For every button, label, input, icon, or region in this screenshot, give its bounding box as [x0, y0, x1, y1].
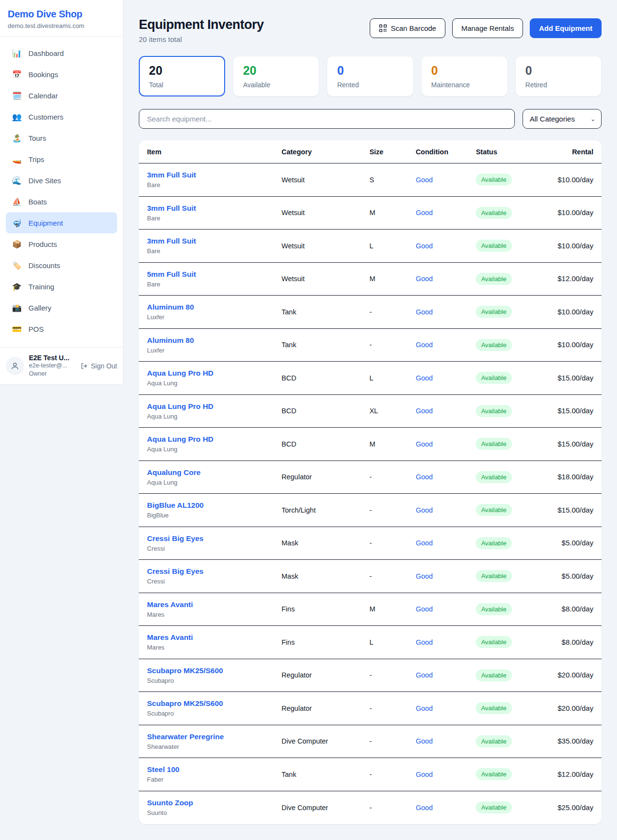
sidebar-item-products[interactable]: 📦 Products	[6, 233, 117, 255]
sign-out-button[interactable]: Sign Out	[80, 362, 117, 370]
item-name-link[interactable]: Scubapro MK25/S600	[147, 666, 274, 675]
item-condition-link[interactable]: Good	[416, 506, 432, 514]
speedboat-icon: 🚤	[12, 155, 22, 164]
sidebar-item-pos[interactable]: 💳 POS	[6, 318, 117, 339]
sidebar-item-label: Bookings	[28, 70, 58, 79]
item-name-link[interactable]: Shearwater Peregrine	[147, 732, 274, 741]
item-condition-link[interactable]: Good	[416, 176, 432, 184]
table-row: Cressi Big Eyes Cressi Mask - Good Avail…	[139, 527, 602, 560]
stat-card-available[interactable]: 20 Available	[233, 56, 319, 96]
item-condition-link[interactable]: Good	[416, 308, 432, 316]
item-condition-link[interactable]: Good	[416, 341, 432, 349]
main-content: Equipment Inventory 20 items total Scan …	[123, 0, 617, 824]
item-category: Fins	[282, 605, 295, 613]
stat-label: Maintenance	[431, 81, 497, 89]
item-condition-link[interactable]: Good	[416, 275, 432, 283]
sidebar: Demo Dive Shop demo.test.divestreams.com…	[0, 0, 123, 385]
item-name-link[interactable]: 3mm Full Suit	[147, 204, 274, 213]
item-name-link[interactable]: 3mm Full Suit	[147, 237, 274, 245]
stat-label: Rented	[337, 81, 403, 89]
item-name-link[interactable]: Cressi Big Eyes	[147, 567, 274, 576]
stat-card-maintenance[interactable]: 0 Maintenance	[421, 56, 508, 96]
item-condition-link[interactable]: Good	[416, 671, 432, 679]
item-rental-price: $10.00/day	[558, 208, 593, 217]
item-condition-link[interactable]: Good	[416, 242, 432, 250]
item-name-link[interactable]: Aqua Lung Pro HD	[147, 369, 274, 378]
stat-card-rented[interactable]: 0 Rented	[327, 56, 413, 96]
qr-code-icon	[379, 24, 387, 32]
sidebar-item-customers[interactable]: 👥 Customers	[6, 106, 117, 127]
scan-barcode-button[interactable]: Scan Barcode	[370, 18, 445, 38]
item-name-link[interactable]: 3mm Full Suit	[147, 171, 274, 179]
sidebar-item-label: Training	[28, 283, 54, 291]
item-brand: Bare	[147, 247, 274, 255]
item-name-link[interactable]: Mares Avanti	[147, 633, 274, 642]
item-condition-link[interactable]: Good	[416, 209, 432, 217]
table-row: 3mm Full Suit Bare Wetsuit L Good Availa…	[139, 230, 602, 263]
item-condition-link[interactable]: Good	[416, 407, 432, 415]
table-header-row: Item Category Size Condition Status Rent…	[139, 140, 602, 163]
item-condition-link[interactable]: Good	[416, 374, 432, 382]
item-name-link[interactable]: Scubapro MK25/S600	[147, 699, 274, 708]
item-condition-link[interactable]: Good	[416, 473, 432, 481]
item-condition-link[interactable]: Good	[416, 804, 432, 812]
sidebar-item-equipment[interactable]: 🤿 Equipment	[6, 212, 117, 233]
add-equipment-button[interactable]: Add Equipment	[530, 18, 602, 38]
item-category: Wetsuit	[282, 242, 305, 250]
item-brand: BigBlue	[147, 512, 274, 519]
status-badge: Available	[476, 405, 512, 417]
item-brand: Suunto	[147, 809, 274, 816]
item-name-link[interactable]: 5mm Full Suit	[147, 270, 274, 279]
status-badge: Available	[476, 636, 512, 648]
item-category: Mask	[282, 539, 298, 547]
user-name: E2E Test U...	[29, 354, 76, 362]
sidebar-item-tours[interactable]: 🏝️ Tours	[6, 127, 117, 149]
sidebar-item-dashboard[interactable]: 📊 Dashboard	[6, 42, 117, 64]
item-name-link[interactable]: Suunto Zoop	[147, 799, 274, 807]
item-name-link[interactable]: Aqua Lung Pro HD	[147, 402, 274, 411]
table-row: BigBlue AL1200 BigBlue Torch/Light - Goo…	[139, 494, 602, 527]
item-category: Tank	[282, 308, 296, 316]
stat-card-total[interactable]: 20 Total	[139, 56, 225, 96]
sidebar-item-discounts[interactable]: 🏷️ Discounts	[6, 255, 117, 276]
item-size: L	[369, 242, 373, 250]
item-name-link[interactable]: Cressi Big Eyes	[147, 534, 274, 543]
stat-card-retired[interactable]: 0 Retired	[515, 56, 602, 96]
sidebar-item-training[interactable]: 🎓 Training	[6, 276, 117, 297]
search-input[interactable]	[139, 109, 515, 129]
item-name-link[interactable]: Aluminum 80	[147, 303, 274, 312]
sidebar-item-boats[interactable]: ⛵ Boats	[6, 191, 117, 212]
sidebar-item-trips[interactable]: 🚤 Trips	[6, 149, 117, 170]
item-name-link[interactable]: Steel 100	[147, 765, 274, 774]
item-name-link[interactable]: Aluminum 80	[147, 336, 274, 345]
status-badge: Available	[476, 735, 512, 747]
item-name-link[interactable]: Aqualung Core	[147, 468, 274, 477]
sidebar-item-dive-sites[interactable]: 🌊 Dive Sites	[6, 170, 117, 191]
item-size: -	[369, 737, 372, 745]
stat-value: 20	[149, 64, 215, 78]
item-condition-link[interactable]: Good	[416, 705, 432, 712]
stat-value: 0	[525, 64, 591, 78]
manage-rentals-button[interactable]: Manage Rentals	[452, 18, 523, 38]
status-badge: Available	[476, 801, 512, 813]
item-rental-price: $12.00/day	[558, 274, 593, 283]
sidebar-item-calendar[interactable]: 🗓️ Calendar	[6, 85, 117, 106]
item-name-link[interactable]: BigBlue AL1200	[147, 501, 274, 510]
sidebar-item-gallery[interactable]: 📸 Gallery	[6, 297, 117, 318]
sidebar-item-bookings[interactable]: 📅 Bookings	[6, 64, 117, 85]
status-badge: Available	[476, 471, 512, 483]
item-condition-link[interactable]: Good	[416, 572, 432, 580]
item-name-link[interactable]: Aqua Lung Pro HD	[147, 435, 274, 444]
table-row: Scubapro MK25/S600 Scubapro Regulator - …	[139, 692, 602, 725]
item-name-link[interactable]: Mares Avanti	[147, 600, 274, 609]
item-rental-price: $10.00/day	[558, 176, 593, 184]
table-row: Aluminum 80 Luxfer Tank - Good Available…	[139, 296, 602, 329]
item-condition-link[interactable]: Good	[416, 539, 432, 547]
item-condition-link[interactable]: Good	[416, 605, 432, 613]
item-condition-link[interactable]: Good	[416, 737, 432, 745]
shop-name-link[interactable]: Demo Dive Shop	[8, 9, 115, 20]
item-condition-link[interactable]: Good	[416, 440, 432, 448]
item-condition-link[interactable]: Good	[416, 638, 432, 646]
category-select[interactable]: All Categories ⌄	[523, 109, 602, 129]
item-condition-link[interactable]: Good	[416, 771, 432, 778]
